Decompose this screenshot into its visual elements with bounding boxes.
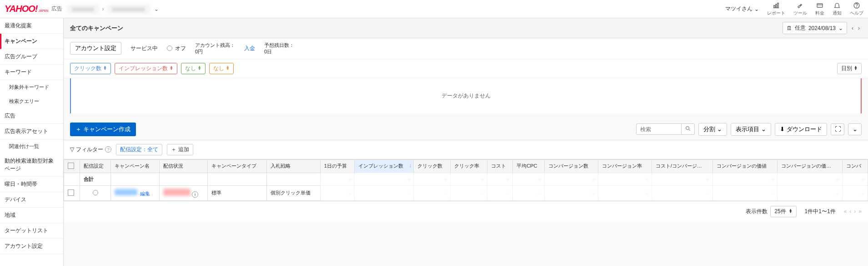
filter-add-button[interactable]: ＋ 追加 (167, 144, 193, 155)
download-icon: ⬇ (780, 126, 785, 133)
logo[interactable]: YAHOO! JAPAN 広告 (5, 4, 62, 14)
more-button[interactable]: ⌄ (848, 123, 862, 135)
date-next[interactable]: › (856, 24, 862, 32)
sidebar-item-link-list[interactable]: 関連付け一覧 (0, 139, 63, 153)
nav-report[interactable]: レポート (767, 2, 785, 16)
page-first[interactable]: « (844, 208, 847, 215)
date-value: 2024/08/13 (808, 25, 836, 31)
nav-tool[interactable]: ツール (793, 2, 807, 16)
th-conv[interactable]: コンバージョン数 (545, 159, 598, 173)
metric-select-3[interactable]: なし ▲▼ (181, 63, 206, 74)
breadcrumb-account[interactable]: xxxxxxxx (67, 4, 100, 14)
sidebar-item-campaign[interactable]: キャンペーン (0, 34, 63, 49)
th-type[interactable]: キャンペーンタイプ (207, 159, 266, 173)
svg-point-7 (686, 127, 689, 130)
th-clicks[interactable]: クリック数 (414, 159, 451, 173)
th-bid[interactable]: 入札戦略 (266, 159, 320, 173)
th-impressions[interactable]: インプレッション数↓ (355, 159, 414, 173)
row-checkbox[interactable] (64, 185, 80, 200)
calendar-icon: 🗓 (787, 25, 792, 31)
page-next[interactable]: › (854, 208, 856, 215)
search-button[interactable] (682, 123, 695, 135)
account-balance: アカウント残高： 0円 (195, 42, 235, 55)
chevron-down-icon: ⌄ (761, 126, 766, 133)
th-status[interactable]: 配信状況 (159, 159, 207, 173)
chevron-down-icon[interactable]: ⌄ (154, 6, 159, 12)
date-prev[interactable]: ‹ (850, 24, 855, 32)
page-last[interactable]: » (858, 208, 862, 215)
metric-select-1[interactable]: クリック数 ▲▼ (70, 63, 111, 74)
filter-label: ▽ フィルター ? (70, 146, 111, 153)
sidebar-item-dsa[interactable]: 動的検索連動型対象ページ (0, 153, 63, 177)
search-input[interactable] (636, 123, 682, 135)
sidebar-item-device[interactable]: デバイス (0, 192, 63, 208)
sidebar-item-ad-asset[interactable]: 広告表示アセット (0, 124, 63, 139)
th-conv-extra[interactable]: コンバ (842, 159, 868, 173)
table-wrap: 配信設定 キャンペーン名 配信状況 キャンペーンタイプ 入札戦略 1日の予算 イ… (64, 159, 868, 201)
row-name[interactable]: 編集 (111, 185, 160, 200)
nav-help[interactable]: ヘルプ (850, 2, 863, 16)
sidebar-item-neg-keyword[interactable]: 対象外キーワード (0, 80, 63, 94)
table-toolbar: ＋ キャンペーン作成 分割 ⌄ 表示項目 ⌄ (64, 119, 868, 140)
date-range-selector[interactable]: 🗓 任意 2024/08/13 ⌄ (783, 22, 847, 34)
sidebar-item-adgroup[interactable]: 広告グループ (0, 49, 63, 65)
th-ctr[interactable]: クリック率 (451, 159, 487, 173)
user-menu[interactable]: マツイさん ⌄ (725, 5, 759, 13)
breadcrumb-campaign[interactable]: xxxxxxxxxxxx (107, 4, 151, 14)
bell-icon (833, 2, 841, 9)
updown-icon: ▲▼ (170, 66, 173, 71)
page-size-select[interactable]: 25件 ▲▼ (770, 206, 796, 217)
campaigns-table: 配信設定 キャンペーン名 配信状況 キャンペーンタイプ 入札戦略 1日の予算 イ… (64, 159, 868, 201)
chevron-down-icon: ⌄ (853, 126, 858, 133)
sidebar-item-account[interactable]: アカウント設定 (0, 239, 63, 254)
expand-icon: ⛶ (835, 126, 841, 133)
breadcrumb: xxxxxxxx › xxxxxxxxxxxx ⌄ (67, 4, 159, 14)
sidebar-item-keyword[interactable]: キーワード (0, 65, 63, 80)
sidebar-item-region[interactable]: 地域 (0, 208, 63, 223)
th-conv-value2[interactable]: コンバージョンの価… (778, 159, 843, 173)
filter-chip-delivery[interactable]: 配信設定：全て (116, 144, 162, 155)
th-name[interactable]: キャンペーン名 (111, 159, 160, 173)
chevron-right-icon: › (102, 6, 104, 12)
row-status: i (159, 185, 207, 200)
download-button[interactable]: ⬇ ダウンロード (775, 123, 827, 136)
th-cost[interactable]: コスト (487, 159, 513, 173)
th-delivery[interactable]: 配信設定 (80, 159, 110, 173)
updown-icon: ▲▼ (789, 209, 793, 214)
info-icon[interactable]: i (192, 191, 198, 198)
th-budget[interactable]: 1日の予算 (320, 159, 354, 173)
report-icon (773, 2, 780, 9)
svg-point-6 (857, 7, 857, 7)
sidebar-item-optimize[interactable]: 最適化提案 (0, 18, 63, 34)
logo-japan: JAPAN (39, 9, 49, 12)
row-delivery-toggle[interactable] (80, 185, 110, 200)
th-checkbox[interactable] (64, 159, 80, 173)
nav-fee[interactable]: 料金 (815, 2, 824, 16)
metric-select-4[interactable]: なし ▲▼ (209, 63, 234, 74)
header-right: マツイさん ⌄ レポート ツール 料金 通知 ヘルプ (725, 2, 863, 16)
sidebar-item-targetlist[interactable]: ターゲットリスト (0, 223, 63, 239)
sidebar-item-search-query[interactable]: 検索クエリー (0, 94, 63, 108)
th-cvr[interactable]: コンバージョン率 (598, 159, 652, 173)
svg-rect-3 (817, 4, 823, 7)
help-icon[interactable]: ? (105, 146, 111, 153)
page-prev[interactable]: ‹ (849, 208, 851, 215)
edit-link[interactable]: 編集 (140, 191, 150, 196)
user-name: マツイさん (725, 5, 753, 13)
expand-button[interactable]: ⛶ (831, 123, 844, 135)
off-toggle[interactable]: オフ (167, 45, 186, 52)
columns-button[interactable]: 表示項目 ⌄ (731, 123, 771, 136)
metric-select-2[interactable]: インプレッション数 ▲▼ (115, 63, 177, 74)
checkbox-icon (68, 163, 74, 169)
th-cost-conv[interactable]: コスト/コンバージ… (652, 159, 712, 173)
nav-notify[interactable]: 通知 (833, 2, 842, 16)
th-conv-value[interactable]: コンバージョンの価値 (712, 159, 778, 173)
deposit-link[interactable]: 入金 (244, 45, 255, 52)
sidebar-item-ad[interactable]: 広告 (0, 108, 63, 124)
granularity-select[interactable]: 日別 ▲▼ (837, 63, 862, 74)
account-settings-button[interactable]: アカウント設定 (70, 42, 121, 55)
create-campaign-button[interactable]: ＋ キャンペーン作成 (70, 123, 136, 136)
split-button[interactable]: 分割 ⌄ (698, 123, 727, 136)
sidebar-item-dayhour[interactable]: 曜日・時間帯 (0, 177, 63, 192)
th-cpc[interactable]: 平均CPC (513, 159, 545, 173)
